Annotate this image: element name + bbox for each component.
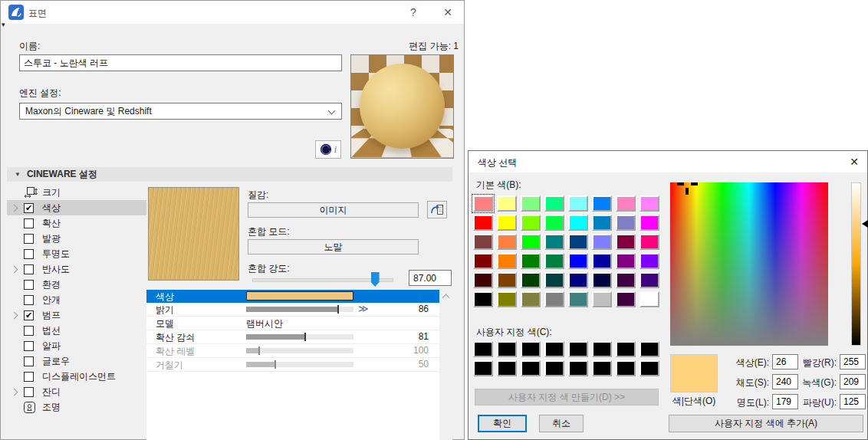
property-row[interactable]: 확산 감쇠81 [146,330,439,344]
rgb-field-input[interactable] [840,354,866,369]
texture-thumbnail[interactable] [148,187,239,281]
custom-color-swatch[interactable] [473,341,493,357]
basic-color-swatch[interactable] [497,195,517,212]
basic-color-swatch[interactable] [568,272,588,288]
basic-color-swatch[interactable] [544,253,564,269]
custom-color-swatch[interactable] [544,341,564,357]
close-icon[interactable]: ✕ [437,6,459,18]
tree-item-checkbox[interactable] [24,218,34,228]
custom-color-swatch[interactable] [592,341,612,357]
property-row[interactable]: 밝기≫86 [146,303,439,317]
basic-color-swatch[interactable] [497,234,517,250]
tree-item[interactable]: 발광 [7,231,146,246]
property-slider[interactable] [246,348,353,353]
basic-color-swatch[interactable] [521,291,541,307]
tree-item[interactable]: 크기 [7,185,146,200]
basic-color-swatch[interactable] [568,195,588,212]
basic-color-swatch[interactable] [473,195,493,212]
expand-chevron-icon[interactable] [12,267,24,272]
hue-saturation-field[interactable] [670,182,828,346]
basic-color-swatch[interactable] [568,291,588,307]
basic-color-swatch[interactable] [568,234,588,250]
tree-item[interactable]: 조명 [7,399,146,415]
color-picker-titlebar[interactable]: 색상 선택 ✕ [469,151,867,172]
basic-color-swatch[interactable] [639,215,659,231]
basic-color-swatch[interactable] [521,234,541,250]
basic-color-swatch[interactable] [639,291,659,307]
custom-color-swatch[interactable] [497,341,517,357]
basic-color-swatch[interactable] [616,215,636,231]
custom-color-swatch[interactable] [568,341,588,357]
basic-color-swatch[interactable] [521,195,541,212]
basic-color-swatch[interactable] [592,234,612,250]
custom-color-swatch[interactable] [497,360,517,376]
expand-chevron-icon[interactable] [12,389,24,395]
define-custom-colors-button[interactable]: 사용자 지정 색 만들기(D) >> [475,389,659,406]
basic-color-swatch[interactable] [639,195,659,212]
tree-item-checkbox[interactable] [24,295,34,305]
tree-item[interactable]: 안개 [7,292,146,307]
basic-color-swatch[interactable] [639,234,659,250]
close-icon[interactable]: ✕ [841,156,867,168]
flyout-triangle-icon[interactable]: ▾ [2,21,5,28]
basic-color-swatch[interactable] [592,291,612,307]
basic-color-swatch[interactable] [473,291,493,307]
basic-color-swatch[interactable] [616,234,636,250]
tree-item-checkbox[interactable] [24,264,34,274]
basic-color-swatch[interactable] [473,253,493,269]
basic-color-swatch[interactable] [544,215,564,231]
tree-item[interactable]: 환경 [7,277,146,292]
basic-color-swatch[interactable] [521,272,541,288]
tree-item-checkbox[interactable] [24,326,34,336]
basic-color-swatch[interactable] [473,215,493,231]
tree-item[interactable]: 법선 [7,323,146,338]
custom-color-swatch[interactable] [616,341,636,357]
basic-color-swatch[interactable] [639,272,659,288]
scroll-up-icon[interactable] [442,294,450,302]
basic-color-swatch[interactable] [568,253,588,269]
basic-color-swatch[interactable] [592,215,612,231]
engine-select[interactable]: Maxon의 Cineware 및 Redshift [19,103,342,120]
properties-scrollbar[interactable] [439,290,452,440]
property-slider[interactable] [246,334,353,340]
surface-name-input[interactable] [19,54,342,71]
property-slider[interactable] [246,307,353,312]
basic-color-swatch[interactable] [639,253,659,269]
tree-item[interactable]: ✔범프 [7,307,146,323]
expand-chevron-icon[interactable] [12,313,24,318]
basic-color-swatch[interactable] [592,272,612,288]
tree-item-checkbox[interactable] [24,387,34,397]
basic-color-swatch[interactable] [568,215,588,231]
expand-chevron-icon[interactable] [12,205,24,211]
basic-color-swatch[interactable] [616,253,636,269]
custom-color-swatch[interactable] [592,360,612,376]
basic-color-swatch[interactable] [473,272,493,288]
custom-color-swatch[interactable] [521,341,541,357]
cineware-section-header[interactable]: ▼ CINEWARE 설정 [7,167,452,182]
basic-color-swatch[interactable] [616,272,636,288]
blend-strength-slider-thumb[interactable] [371,272,380,287]
rgb-field-input[interactable] [840,374,866,389]
tree-item-checkbox[interactable] [24,280,34,290]
tree-item[interactable]: 확산 [7,215,146,231]
basic-color-swatch[interactable] [497,272,517,288]
tree-item-checkbox[interactable] [24,249,34,259]
tree-item-checkbox[interactable]: ✔ [24,310,34,320]
double-chevron-icon[interactable]: ≫ [358,303,369,314]
tree-item-checkbox[interactable] [24,234,34,244]
basic-color-swatch[interactable] [544,272,564,288]
help-icon[interactable]: ? [403,6,424,18]
property-slider[interactable] [246,362,353,367]
basic-color-swatch[interactable] [497,215,517,231]
surface-titlebar[interactable]: 표면 ? ✕ [1,1,464,24]
tree-item[interactable]: ✔색상 [7,200,146,215]
custom-color-swatch[interactable] [568,360,588,376]
luminance-marker-icon[interactable] [862,220,868,228]
blend-mode-button[interactable]: 노말 [248,239,419,254]
rgb-field-input[interactable] [840,394,866,409]
load-texture-button[interactable] [427,201,447,218]
basic-color-swatch[interactable] [544,291,564,307]
basic-color-swatch[interactable] [616,291,636,307]
basic-color-swatch[interactable] [521,253,541,269]
tree-item-checkbox[interactable] [24,356,34,366]
